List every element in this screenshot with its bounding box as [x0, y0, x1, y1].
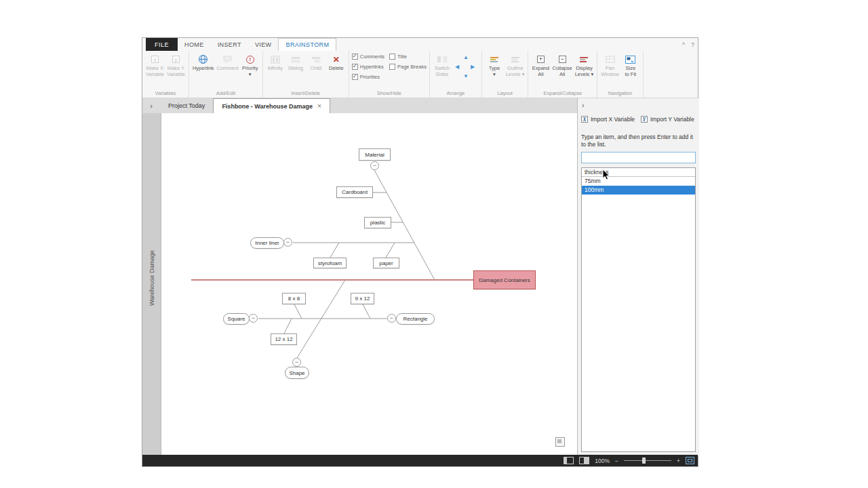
list-item[interactable]: 75mm: [582, 177, 695, 186]
group-show-hide: ✓ Comments ✓ Hyperlinks ✓ Priorities: [349, 51, 430, 98]
move-down-button[interactable]: ▼: [463, 74, 469, 79]
hyperlink-button[interactable]: Hyperlink: [191, 52, 215, 71]
comment-icon: [223, 54, 232, 65]
node-material[interactable]: Material: [359, 148, 391, 161]
comment-button[interactable]: Comment: [215, 52, 240, 71]
add-item-input[interactable]: [581, 152, 696, 163]
close-tab-icon[interactable]: ×: [317, 102, 321, 110]
list-item[interactable]: thickness: [582, 168, 695, 177]
node-12x12[interactable]: 12 x 12: [271, 333, 297, 345]
group-label-show-hide: Show/Hide: [349, 89, 429, 98]
node-cardboard[interactable]: Cardboard: [336, 186, 373, 198]
display-levels-button[interactable]: Display Levels ▾: [574, 52, 595, 77]
checkbox-priorities[interactable]: ✓ Priorities: [352, 74, 384, 80]
group-label-expand-collapse: Expand/Collapse: [528, 89, 597, 98]
panel-instruction-text: Type an item, and then press Enter to ad…: [581, 134, 696, 149]
collapse-toggle-shape[interactable]: −: [292, 358, 301, 367]
pan-window-button[interactable]: Pan Window: [599, 52, 620, 77]
fit-to-window-icon[interactable]: [686, 457, 694, 464]
collapse-toggle-square[interactable]: −: [249, 314, 258, 323]
help-icon[interactable]: ?: [691, 41, 694, 48]
checkbox-box: ✓: [352, 74, 358, 80]
y-variable-icon: y: [172, 56, 180, 63]
left-panel-chevron-icon[interactable]: ›: [142, 98, 160, 113]
page-navigator-button[interactable]: [555, 437, 565, 447]
list-item[interactable]: 100mm: [582, 186, 695, 195]
node-shape[interactable]: Shape: [285, 367, 309, 379]
make-y-variable-button[interactable]: y Make Y Variable: [165, 52, 186, 77]
app-window: FILE HOME INSERT VIEW BRAINSTORM ^ ? x M…: [142, 37, 698, 467]
checkbox-comments[interactable]: ✓ Comments: [352, 54, 384, 60]
switch-sides-button[interactable]: Switch Sides: [432, 52, 452, 77]
group-label-add-edit: Add/Edit: [189, 89, 262, 98]
zoom-slider[interactable]: [624, 458, 671, 464]
node-rectangle[interactable]: Rectangle: [396, 313, 435, 325]
group-insert-delete: Affinity Sibling Child ✕ Delete: [263, 51, 349, 98]
node-square[interactable]: Square: [223, 313, 250, 325]
import-x-variable-button[interactable]: X Import X Variable: [579, 115, 639, 124]
tab-fishbone-warehouse-damage[interactable]: Fishbone - Warehouse Damage ×: [213, 98, 330, 113]
node-8x8[interactable]: 8 x 8: [282, 293, 306, 304]
normal-view-icon[interactable]: [564, 457, 574, 464]
priority-icon: !: [246, 56, 254, 64]
tab-file[interactable]: FILE: [146, 38, 178, 51]
node-inner-liner[interactable]: Inner liner: [250, 237, 284, 249]
sibling-button[interactable]: Sibling: [285, 52, 306, 71]
collapse-toggle-rectangle[interactable]: −: [387, 314, 396, 323]
zoom-level: 100%: [595, 458, 610, 464]
tab-view[interactable]: VIEW: [248, 38, 279, 51]
child-icon: [311, 54, 321, 65]
node-styrofoam[interactable]: styrofoam: [313, 258, 347, 268]
document-sidebar[interactable]: Warehouse Damage: [142, 113, 161, 456]
pan-window-icon: [606, 54, 615, 65]
sibling-icon: [291, 54, 300, 65]
priority-button[interactable]: ! Priority ▾: [240, 52, 260, 77]
move-right-button[interactable]: ▶: [471, 64, 475, 70]
tab-brainstorm[interactable]: BRAINSTORM: [278, 38, 336, 51]
collapse-all-button[interactable]: − Collapse All: [551, 52, 573, 77]
type-button[interactable]: Type ▾: [484, 52, 505, 77]
make-x-variable-button[interactable]: x Make X Variable: [144, 52, 165, 77]
tab-insert[interactable]: INSERT: [211, 38, 248, 51]
item-list[interactable]: thickness 75mm 100mm: [581, 167, 696, 452]
display-levels-icon: [580, 54, 588, 65]
split-view-icon[interactable]: [579, 457, 589, 464]
size-to-fit-button[interactable]: Size to Fit: [620, 52, 641, 77]
diagram-canvas[interactable]: Material − Cardboard plastic Inner liner…: [161, 113, 577, 456]
variable-panel: › X Import X Variable Y Import Y Variabl…: [577, 98, 699, 456]
y-variable-icon: Y: [641, 116, 648, 123]
tab-home[interactable]: HOME: [178, 38, 211, 51]
collapse-toggle-inner-liner[interactable]: −: [283, 238, 292, 247]
checkbox-hyperlinks[interactable]: ✓ Hyperlinks: [352, 64, 384, 70]
group-arrange: Switch Sides ▲ ◀ ▶ ▼ Arrange: [430, 51, 482, 98]
x-variable-icon: x: [151, 56, 159, 63]
child-button[interactable]: Child: [306, 52, 326, 71]
right-panel-chevron-icon[interactable]: ›: [582, 101, 585, 109]
expand-all-button[interactable]: + Expand All: [530, 52, 551, 77]
delete-button[interactable]: ✕ Delete: [326, 52, 347, 71]
node-9x12[interactable]: 9 x 12: [351, 293, 374, 304]
group-add-edit: Hyperlink Comment ! Priority ▾ Add/Edit: [189, 51, 263, 98]
ribbon-tab-bar: FILE HOME INSERT VIEW BRAINSTORM ^ ?: [142, 38, 698, 51]
collapse-toggle-material[interactable]: −: [370, 161, 379, 170]
move-up-button[interactable]: ▲: [463, 55, 469, 60]
group-navigation: Pan Window Size to Fit Navigation: [597, 51, 644, 98]
move-left-button[interactable]: ◀: [455, 64, 459, 70]
tab-project-today[interactable]: Project Today: [160, 98, 213, 113]
node-paper[interactable]: paper: [373, 258, 399, 268]
affinity-button[interactable]: Affinity: [265, 52, 285, 71]
group-label-insert-delete: Insert/Delete: [263, 89, 349, 98]
zoom-out-button[interactable]: −: [615, 458, 618, 464]
status-bar: 100% − +: [142, 455, 698, 466]
outline-levels-button[interactable]: Outline Levels ▾: [505, 52, 526, 77]
node-plastic[interactable]: plastic: [364, 217, 391, 228]
collapse-ribbon-icon[interactable]: ^: [682, 41, 685, 48]
checkbox-page-breaks[interactable]: Page Breaks: [389, 64, 427, 70]
move-arrows: ▲ ◀ ▶ ▼: [452, 52, 479, 85]
group-variables: x Make X Variable y Make Y Variable Vari…: [142, 51, 189, 98]
node-damaged-containers[interactable]: Damaged Containers: [473, 270, 536, 289]
zoom-slider-thumb[interactable]: [642, 458, 646, 464]
zoom-in-button[interactable]: +: [677, 458, 680, 464]
import-y-variable-button[interactable]: Y Import Y Variable: [639, 115, 698, 124]
checkbox-title[interactable]: Title: [389, 54, 427, 60]
